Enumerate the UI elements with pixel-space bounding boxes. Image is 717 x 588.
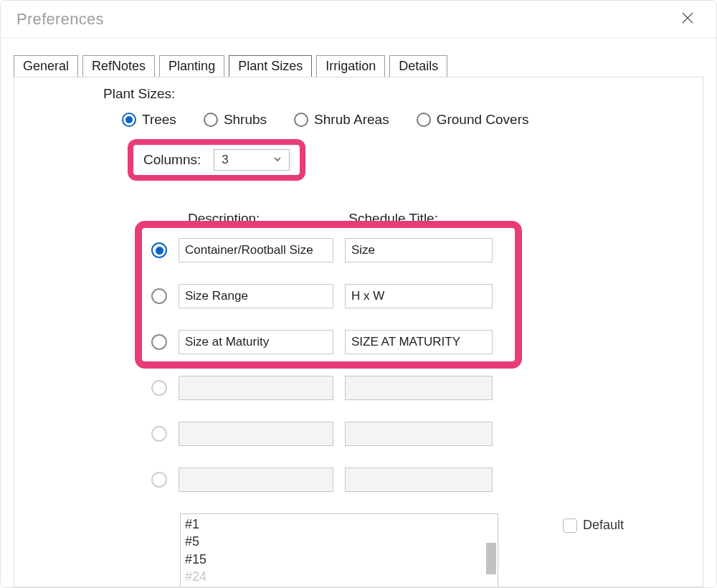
size-row-3: Size at Maturity SIZE AT MATURITY xyxy=(151,330,695,354)
header-description: Description: xyxy=(188,211,260,227)
tab-refnotes[interactable]: RefNotes xyxy=(82,55,155,77)
size-row-4 xyxy=(151,376,695,400)
size-row-6 xyxy=(151,468,695,492)
column-headers: Description: Schedule Title: xyxy=(188,211,695,227)
size-row-2: Size Range H x W xyxy=(151,284,695,308)
plant-type-radio-group: Trees Shrubs Shrub Areas Ground Covers xyxy=(122,112,695,128)
radio-icon xyxy=(417,113,431,127)
tab-plant-sizes[interactable]: Plant Sizes xyxy=(229,55,312,77)
size-row-2-description[interactable]: Size Range xyxy=(179,284,333,308)
radio-icon xyxy=(122,113,136,127)
size-row-3-description[interactable]: Size at Maturity xyxy=(179,330,333,354)
default-checkbox[interactable]: Default xyxy=(563,518,624,533)
columns-label: Columns: xyxy=(143,152,201,168)
header-schedule-title: Schedule Title: xyxy=(348,211,438,227)
size-row-3-radio[interactable] xyxy=(151,334,167,350)
list-item[interactable]: #24 xyxy=(185,568,493,585)
size-row-1-title[interactable]: Size xyxy=(345,238,493,262)
title-bar: Preferences xyxy=(1,1,716,38)
size-row-4-title xyxy=(345,376,493,400)
radio-ground-covers[interactable]: Ground Covers xyxy=(417,112,529,128)
checkbox-icon xyxy=(563,518,577,533)
radio-trees-label: Trees xyxy=(142,112,176,128)
size-row-6-description xyxy=(179,468,333,492)
size-row-1-description[interactable]: Container/Rootball Size xyxy=(179,238,333,262)
radio-icon xyxy=(204,113,218,127)
size-row-4-description xyxy=(179,376,333,400)
radio-shrub-areas[interactable]: Shrub Areas xyxy=(294,112,389,128)
list-item[interactable]: #1 xyxy=(185,516,493,533)
sizes-listbox-items: #1 #5 #15 #24 xyxy=(181,514,498,587)
size-row-4-radio xyxy=(151,380,167,396)
tab-strip: General RefNotes Planting Plant Sizes Ir… xyxy=(1,38,716,77)
radio-icon xyxy=(294,113,308,127)
window-title: Preferences xyxy=(16,10,104,29)
sizes-listbox[interactable]: #1 #5 #15 #24 xyxy=(180,513,498,587)
list-item[interactable]: #5 xyxy=(185,533,493,550)
size-row-3-title[interactable]: SIZE AT MATURITY xyxy=(345,330,493,354)
tab-details[interactable]: Details xyxy=(389,55,447,77)
size-rows: Container/Rootball Size Size Size Range … xyxy=(151,238,695,492)
columns-value: 3 xyxy=(222,153,228,167)
size-row-5-radio xyxy=(151,426,167,442)
size-row-5-description xyxy=(179,422,333,446)
size-row-6-radio xyxy=(151,472,167,488)
chevron-down-icon xyxy=(273,153,282,167)
section-title: Plant Sizes: xyxy=(103,86,695,102)
tab-irrigation[interactable]: Irrigation xyxy=(316,55,385,77)
size-row-1-radio[interactable] xyxy=(151,242,167,258)
radio-trees[interactable]: Trees xyxy=(122,112,176,128)
radio-ground-covers-label: Ground Covers xyxy=(437,112,529,128)
close-icon xyxy=(680,11,695,25)
size-row-5 xyxy=(151,422,695,446)
close-button[interactable] xyxy=(673,6,702,32)
list-item[interactable]: #15 xyxy=(185,551,493,568)
size-row-1: Container/Rootball Size Size xyxy=(151,238,695,262)
size-row-2-radio[interactable] xyxy=(151,288,167,304)
size-row-5-title xyxy=(345,422,493,446)
listbox-scrollbar[interactable] xyxy=(486,543,496,574)
preferences-dialog: Preferences General RefNotes Planting Pl… xyxy=(0,0,717,588)
plant-sizes-panel: Plant Sizes: Trees Shrubs Shrub Areas Gr… xyxy=(14,77,703,587)
radio-shrubs-label: Shrubs xyxy=(224,112,267,128)
tab-general[interactable]: General xyxy=(14,55,78,77)
highlight-columns: Columns: 3 xyxy=(128,139,305,181)
size-row-6-title xyxy=(345,468,493,492)
radio-shrubs[interactable]: Shrubs xyxy=(204,112,267,128)
size-row-2-title[interactable]: H x W xyxy=(345,284,493,308)
default-label: Default xyxy=(583,518,624,533)
columns-dropdown[interactable]: 3 xyxy=(214,149,290,171)
radio-shrub-areas-label: Shrub Areas xyxy=(314,112,389,128)
sizes-listbox-row: #1 #5 #15 #24 Default xyxy=(180,513,695,587)
tab-planting[interactable]: Planting xyxy=(159,55,224,77)
